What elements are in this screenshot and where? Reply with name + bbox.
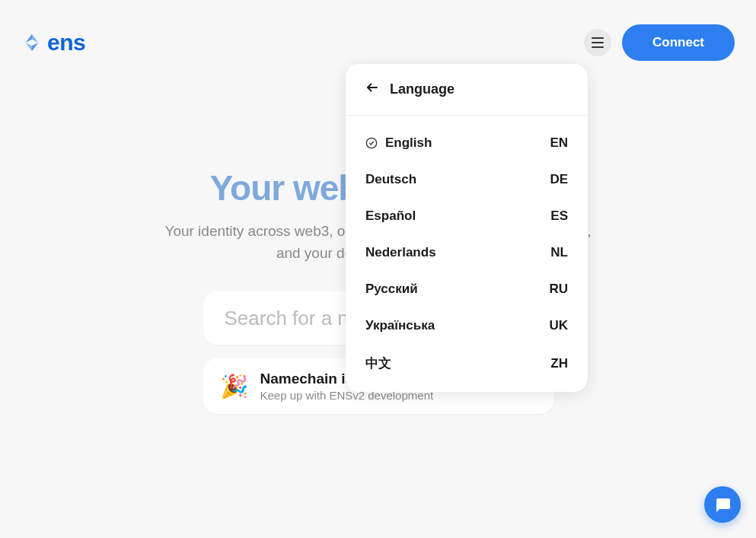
language-item-nederlands[interactable]: Nederlands NL [346, 234, 588, 271]
language-dropdown: Language English EN Deutsch DE E [346, 64, 588, 392]
back-arrow-icon[interactable] [365, 81, 379, 98]
language-code: EN [550, 135, 568, 151]
header: ens Connect [0, 0, 756, 61]
chat-button[interactable] [704, 486, 741, 523]
language-item-deutsch[interactable]: Deutsch DE [346, 161, 588, 198]
language-code: ES [550, 209, 568, 224]
check-icon [365, 137, 378, 149]
language-name: Nederlands [365, 245, 436, 260]
header-actions: Connect [584, 24, 735, 61]
language-code: NL [550, 245, 568, 260]
language-item-chinese[interactable]: 中文 ZH [346, 344, 588, 383]
language-code: DE [550, 172, 568, 187]
menu-button[interactable] [584, 29, 611, 56]
language-name: Русский [365, 282, 418, 297]
dropdown-header: Language [346, 64, 588, 116]
language-name: English [385, 135, 432, 151]
language-code: RU [549, 282, 568, 297]
language-item-russian[interactable]: Русский RU [346, 271, 588, 307]
party-icon: 🎉 [220, 373, 248, 400]
language-name: Українська [365, 318, 435, 333]
language-name: Español [365, 209, 416, 224]
logo-text: ens [47, 30, 85, 56]
language-name: Deutsch [365, 172, 416, 187]
connect-button[interactable]: Connect [622, 24, 735, 61]
hamburger-icon [592, 37, 604, 48]
logo[interactable]: ens [21, 30, 85, 56]
language-list: English EN Deutsch DE Español ES Nederla… [346, 116, 588, 392]
dropdown-title: Language [390, 81, 455, 97]
language-code: UK [549, 318, 568, 333]
language-code: ZH [550, 356, 568, 371]
ens-logo-icon [21, 32, 43, 53]
chat-icon [713, 495, 732, 514]
svg-point-1 [366, 138, 376, 148]
language-item-ukrainian[interactable]: Українська UK [346, 307, 588, 344]
language-item-english[interactable]: English EN [346, 125, 588, 161]
language-item-espanol[interactable]: Español ES [346, 198, 588, 234]
language-name: 中文 [365, 355, 391, 372]
